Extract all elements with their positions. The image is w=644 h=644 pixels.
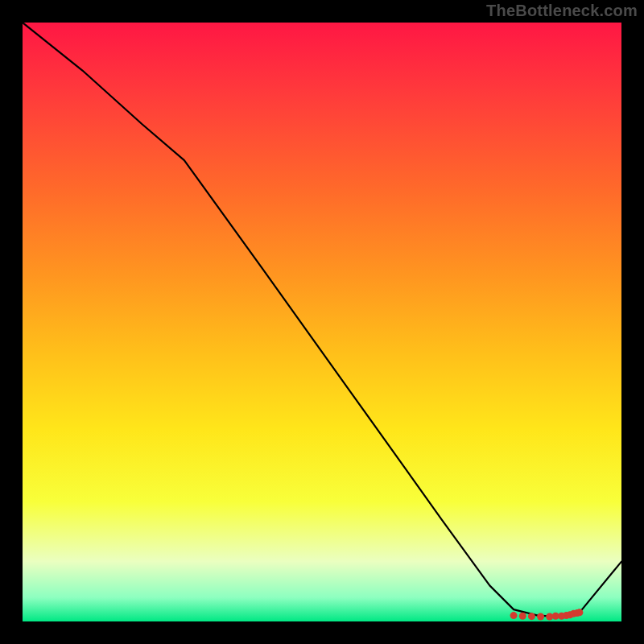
watermark-text: TheBottleneck.com (486, 2, 638, 20)
optimum-marker (576, 609, 583, 616)
plot-area (23, 23, 621, 621)
gradient-background (23, 23, 621, 621)
optimum-marker (510, 612, 518, 619)
optimum-marker (528, 613, 535, 620)
optimum-marker (519, 613, 526, 620)
optimum-marker (537, 613, 544, 621)
chart-svg (23, 23, 621, 621)
chart-stage: TheBottleneck.com (0, 0, 644, 644)
